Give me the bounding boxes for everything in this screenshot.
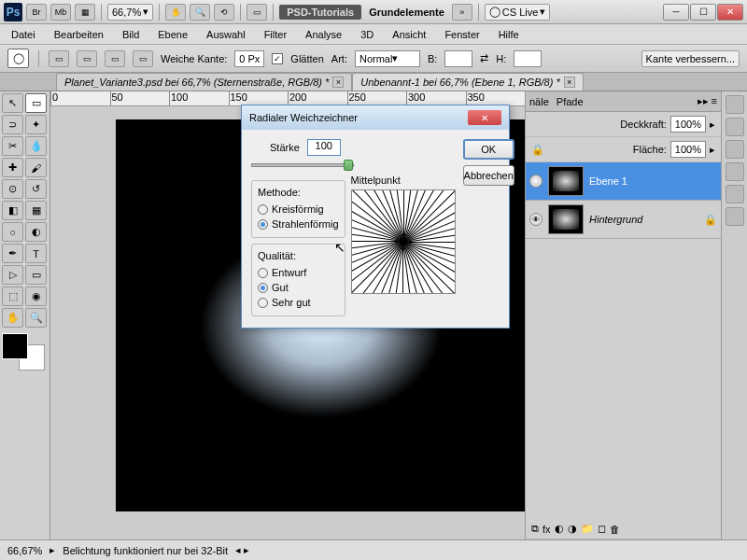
- style-dropdown[interactable]: Normal ▾: [355, 50, 420, 67]
- radio-best[interactable]: Sehr gut: [258, 295, 339, 310]
- layer-name[interactable]: Hintergrund: [589, 214, 642, 225]
- menu-fenster[interactable]: Fenster: [441, 27, 483, 42]
- brush-tool[interactable]: 🖌: [25, 158, 47, 177]
- menu-datei[interactable]: Datei: [7, 27, 39, 42]
- ok-button[interactable]: OK: [463, 139, 514, 160]
- tab-close-icon[interactable]: ×: [332, 77, 344, 88]
- history-brush-tool[interactable]: ↺: [25, 179, 47, 199]
- pen-tool[interactable]: ✒: [2, 244, 23, 263]
- panel-icon[interactable]: [726, 162, 744, 181]
- close-button[interactable]: ✕: [717, 4, 743, 21]
- document-tab-2[interactable]: Unbenannt-1 bei 66,7% (Ebene 1, RGB/8) *…: [352, 73, 583, 91]
- menu-ansicht[interactable]: Ansicht: [388, 27, 430, 42]
- stamp-tool[interactable]: ⊙: [2, 179, 23, 199]
- menu-auswahl[interactable]: Auswahl: [203, 27, 249, 42]
- zoom-button[interactable]: 🔍: [190, 4, 210, 21]
- amount-input[interactable]: 100: [307, 139, 341, 156]
- trash-icon[interactable]: 🗑: [610, 524, 620, 535]
- cancel-button[interactable]: Abbrechen: [463, 165, 514, 186]
- hand-tool[interactable]: ✋: [2, 308, 23, 328]
- blur-center-preview[interactable]: [351, 189, 456, 294]
- camera-tool[interactable]: ◉: [25, 287, 47, 306]
- swap-icon[interactable]: ⇄: [480, 52, 488, 64]
- slider-thumb[interactable]: [344, 160, 353, 171]
- zoom-dropdown[interactable]: 66,7%▾: [107, 4, 153, 21]
- feather-input[interactable]: 0 Px: [234, 50, 264, 67]
- dodge-tool[interactable]: ◐: [25, 222, 47, 242]
- layer-thumbnail[interactable]: [548, 204, 584, 234]
- radio-good[interactable]: Gut: [258, 280, 339, 295]
- folder-icon[interactable]: 📁: [581, 523, 594, 535]
- menu-ebene[interactable]: Ebene: [154, 27, 191, 42]
- crop-tool[interactable]: ✂: [2, 136, 23, 156]
- visibility-icon[interactable]: 👁: [529, 175, 543, 188]
- cslive-button[interactable]: ◯ CS Live ▾: [485, 4, 551, 21]
- marquee-int[interactable]: ▭: [133, 50, 153, 67]
- healing-tool[interactable]: ✚: [2, 158, 23, 177]
- layer-name[interactable]: Ebene 1: [589, 175, 627, 187]
- lasso-tool[interactable]: ⊃: [2, 115, 23, 134]
- maximize-button[interactable]: ☐: [690, 4, 716, 21]
- minimize-button[interactable]: ─: [663, 4, 689, 21]
- color-swatches[interactable]: [2, 333, 45, 371]
- zoom-tool[interactable]: 🔍: [25, 308, 47, 328]
- shape-tool[interactable]: ▭: [25, 265, 47, 285]
- type-tool[interactable]: T: [25, 244, 47, 263]
- menu-analyse[interactable]: Analyse: [302, 27, 345, 42]
- width-input[interactable]: [444, 50, 472, 67]
- link-icon[interactable]: ⧉: [531, 523, 539, 535]
- visibility-icon[interactable]: 👁: [529, 213, 543, 226]
- marquee-tool[interactable]: ▭: [25, 93, 47, 113]
- menu-filter[interactable]: Filter: [261, 27, 290, 42]
- move-tool[interactable]: ↖: [2, 93, 23, 113]
- eyedropper-tool[interactable]: 💧: [25, 136, 47, 156]
- extras-button[interactable]: ▦: [75, 4, 95, 21]
- menu-bearbeiten[interactable]: Bearbeiten: [50, 27, 107, 42]
- panel-menu-icon[interactable]: ▸▸ ≡: [698, 95, 717, 107]
- hand-button[interactable]: ✋: [165, 4, 186, 21]
- panel-tab-channels[interactable]: näle: [529, 96, 549, 107]
- dialog-titlebar[interactable]: Radialer Weichzeichner ✕: [242, 105, 509, 130]
- tool-preset[interactable]: ◯: [7, 49, 29, 68]
- document-tab-1[interactable]: Planet_Variante3.psd bei 66,7% (Sternens…: [56, 73, 352, 91]
- fill-input[interactable]: 100%: [670, 141, 706, 158]
- eraser-tool[interactable]: ◧: [2, 201, 23, 220]
- radio-zoom[interactable]: Strahlenförmig: [258, 217, 339, 231]
- antialias-checkbox[interactable]: ✓: [272, 53, 283, 64]
- 3d-tool[interactable]: ⬚: [2, 287, 23, 306]
- workspace-label[interactable]: Grundelemente: [365, 5, 448, 20]
- workspace-more[interactable]: »: [452, 4, 472, 21]
- blur-tool[interactable]: ○: [2, 222, 23, 242]
- mask-icon[interactable]: ◐: [555, 523, 564, 535]
- tab-close-icon[interactable]: ×: [564, 77, 575, 88]
- radio-spin[interactable]: Kreisförmig: [258, 202, 339, 217]
- gradient-tool[interactable]: ▦: [25, 201, 47, 220]
- layer-row[interactable]: 👁 Ebene 1: [526, 162, 721, 201]
- rotate-button[interactable]: ⟲: [214, 4, 234, 21]
- refine-edge-button[interactable]: Kante verbessern...: [641, 50, 740, 67]
- status-zoom[interactable]: 66,67%: [7, 545, 42, 556]
- layer-row[interactable]: 👁 Hintergrund 🔒: [526, 201, 721, 239]
- fx-icon[interactable]: fx: [543, 524, 551, 535]
- panel-tab-paths[interactable]: Pfade: [557, 96, 584, 107]
- fg-color[interactable]: [2, 333, 28, 359]
- menu-hilfe[interactable]: Hilfe: [495, 27, 523, 42]
- psd-tutorials-tag[interactable]: PSD-Tutorials: [279, 5, 361, 20]
- screenmode-button[interactable]: ▭: [247, 4, 267, 21]
- panel-icon[interactable]: [726, 95, 744, 114]
- dialog-close-button[interactable]: ✕: [468, 110, 501, 125]
- minibridge-button[interactable]: Mb: [50, 4, 71, 21]
- adjust-icon[interactable]: ◑: [568, 523, 577, 535]
- panel-icon[interactable]: [726, 185, 744, 203]
- amount-slider[interactable]: [251, 163, 354, 167]
- height-input[interactable]: [514, 50, 542, 67]
- layer-thumbnail[interactable]: [548, 166, 584, 196]
- menu-bild[interactable]: Bild: [119, 27, 143, 42]
- bridge-button[interactable]: Br: [26, 4, 47, 21]
- panel-icon[interactable]: [726, 207, 744, 226]
- path-tool[interactable]: ▷: [2, 265, 23, 285]
- panel-icon[interactable]: [726, 118, 744, 136]
- menu-3d[interactable]: 3D: [357, 27, 377, 42]
- marquee-add[interactable]: ▭: [77, 50, 97, 67]
- panel-icon[interactable]: [726, 140, 744, 159]
